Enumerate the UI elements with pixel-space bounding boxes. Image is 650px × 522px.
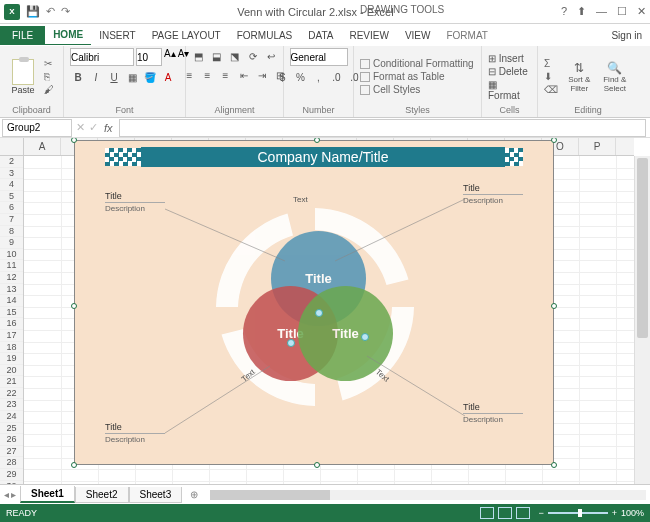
comma-icon[interactable]: , <box>311 69 327 85</box>
currency-icon[interactable]: $ <box>275 69 291 85</box>
venn-diagram-shape[interactable]: Company Name/Title Title Title Title Tit… <box>74 140 554 465</box>
sheet-tab-1[interactable]: Sheet1 <box>20 486 75 503</box>
cut-icon[interactable]: ✂ <box>44 58 54 69</box>
vertical-scrollbar[interactable] <box>634 156 650 484</box>
sheet-tabs-bar: ◂▸ Sheet1 Sheet2 Sheet3 ⊕ <box>0 484 650 504</box>
format-as-table-button[interactable]: Format as Table <box>360 71 474 82</box>
autosum-icon[interactable]: Σ <box>544 58 558 69</box>
tab-home[interactable]: HOME <box>45 25 91 45</box>
zoom-in-icon[interactable]: + <box>612 508 617 518</box>
orientation-icon[interactable]: ⟳ <box>245 48 261 64</box>
sheet-tab-3[interactable]: Sheet3 <box>129 487 183 503</box>
fx-icon[interactable]: fx <box>104 122 113 134</box>
group-number: $ % , .0 .0 Number <box>284 46 354 117</box>
save-icon[interactable]: 💾 <box>26 5 40 18</box>
font-name-input[interactable] <box>70 48 134 66</box>
close-icon[interactable]: ✕ <box>637 5 646 18</box>
formula-bar[interactable] <box>119 119 646 137</box>
italic-button[interactable]: I <box>88 69 104 85</box>
format-painter-icon[interactable]: 🖌 <box>44 84 54 95</box>
underline-button[interactable]: U <box>106 69 122 85</box>
cancel-formula-icon[interactable]: ✕ <box>76 121 85 134</box>
sheet-nav-prev-icon[interactable]: ◂ <box>4 489 9 500</box>
tab-data[interactable]: DATA <box>300 26 341 45</box>
contextual-tab-label: DRAWING TOOLS <box>360 4 444 15</box>
font-size-input[interactable] <box>136 48 162 66</box>
tab-insert[interactable]: INSERT <box>91 26 144 45</box>
wrap-text-icon[interactable]: ↩ <box>263 48 279 64</box>
delete-cells-button[interactable]: ⊟ Delete <box>488 66 531 77</box>
selection-handle-icon[interactable] <box>287 339 295 347</box>
tab-review[interactable]: REVIEW <box>341 26 396 45</box>
title-bar: X 💾 ↶ ↷ Venn with Circular 2.xlsx - Exce… <box>0 0 650 24</box>
sheet-nav-next-icon[interactable]: ▸ <box>11 489 16 500</box>
selection-handle-icon[interactable] <box>361 333 369 341</box>
zoom-out-icon[interactable]: − <box>538 508 543 518</box>
indent-dec-icon[interactable]: ⇤ <box>236 67 252 83</box>
group-label: Clipboard <box>6 105 57 115</box>
zoom-slider[interactable] <box>548 512 608 514</box>
align-right-icon[interactable]: ≡ <box>218 67 234 83</box>
bold-button[interactable]: B <box>70 69 86 85</box>
percent-icon[interactable]: % <box>293 69 309 85</box>
group-label: Styles <box>360 105 475 115</box>
cell-styles-button[interactable]: Cell Styles <box>360 84 474 95</box>
indent-inc-icon[interactable]: ⇥ <box>254 67 270 83</box>
select-all-corner[interactable] <box>0 138 24 156</box>
increase-font-icon[interactable]: A▴ <box>164 48 176 66</box>
conditional-formatting-button[interactable]: Conditional Formatting <box>360 58 474 69</box>
maximize-icon[interactable]: ☐ <box>617 5 627 18</box>
horizontal-scrollbar[interactable] <box>210 490 646 500</box>
normal-view-icon[interactable] <box>480 507 494 519</box>
name-box[interactable] <box>2 119 72 137</box>
find-select-button[interactable]: 🔍Find & Select <box>598 61 632 93</box>
fill-color-button[interactable]: 🪣 <box>142 69 158 85</box>
tab-view[interactable]: VIEW <box>397 26 439 45</box>
callout-bottom-left: TitleDescription <box>105 422 165 444</box>
callout-top-left: TitleDescription <box>105 191 165 213</box>
group-label: Alignment <box>192 105 277 115</box>
insert-cells-button[interactable]: ⊞ Insert <box>488 53 531 64</box>
quick-access-toolbar: 💾 ↶ ↷ <box>26 5 70 18</box>
clear-icon[interactable]: ⌫ <box>544 84 558 95</box>
selection-handle-icon[interactable] <box>315 309 323 317</box>
align-middle-icon[interactable]: ⬓ <box>209 48 225 64</box>
border-button[interactable]: ▦ <box>124 69 140 85</box>
number-format-select[interactable] <box>290 48 348 66</box>
row-headers[interactable]: 2345678910111213141516171819202122232425… <box>0 156 24 484</box>
sort-filter-button[interactable]: ⇅Sort & Filter <box>564 61 595 93</box>
zoom-level[interactable]: 100% <box>621 508 644 518</box>
paste-button[interactable]: Paste <box>6 59 40 95</box>
enter-formula-icon[interactable]: ✓ <box>89 121 98 134</box>
tab-format[interactable]: FORMAT <box>438 26 495 45</box>
undo-icon[interactable]: ↶ <box>46 5 55 18</box>
redo-icon[interactable]: ↷ <box>61 5 70 18</box>
align-center-icon[interactable]: ≡ <box>200 67 216 83</box>
worksheet-area: ABCDEFGHIJKLMNOP 23456789101112131415161… <box>0 138 650 484</box>
format-cells-button[interactable]: ▦ Format <box>488 79 531 101</box>
group-alignment: ⬒ ⬓ ⬔ ⟳ ↩ ≡ ≡ ≡ ⇤ ⇥ ⊞ Alignment <box>186 46 284 117</box>
add-sheet-button[interactable]: ⊕ <box>182 487 206 502</box>
align-left-icon[interactable]: ≡ <box>182 67 198 83</box>
sign-in-link[interactable]: Sign in <box>611 30 642 41</box>
sheet-tab-2[interactable]: Sheet2 <box>75 487 129 503</box>
group-styles: Conditional Formatting Format as Table C… <box>354 46 482 117</box>
copy-icon[interactable]: ⎘ <box>44 71 54 82</box>
tab-formulas[interactable]: FORMULAS <box>229 26 301 45</box>
minimize-icon[interactable]: — <box>596 5 607 18</box>
fill-icon[interactable]: ⬇ <box>544 71 558 82</box>
excel-icon: X <box>4 4 20 20</box>
tab-file[interactable]: FILE <box>0 26 45 45</box>
page-layout-view-icon[interactable] <box>498 507 512 519</box>
callout-top-right: TitleDescription <box>463 183 523 205</box>
align-top-icon[interactable]: ⬒ <box>191 48 207 64</box>
increase-decimal-icon[interactable]: .0 <box>329 69 345 85</box>
align-bottom-icon[interactable]: ⬔ <box>227 48 243 64</box>
group-editing: Σ ⬇ ⌫ ⇅Sort & Filter 🔍Find & Select Edit… <box>538 46 638 117</box>
ribbon-collapse-icon[interactable]: ⬆ <box>577 5 586 18</box>
group-label: Font <box>70 105 179 115</box>
help-icon[interactable]: ? <box>561 5 567 18</box>
page-break-view-icon[interactable] <box>516 507 530 519</box>
font-color-button[interactable]: A <box>160 69 176 85</box>
tab-page-layout[interactable]: PAGE LAYOUT <box>144 26 229 45</box>
